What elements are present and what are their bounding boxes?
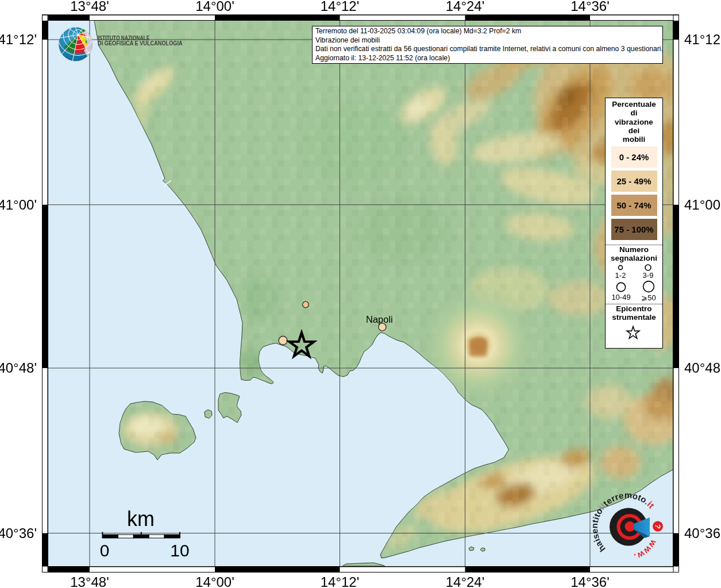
- svg-text:14°12': 14°12': [321, 574, 360, 588]
- svg-text:40°36': 40°36': [0, 525, 37, 541]
- svg-text:14°36': 14°36': [570, 574, 610, 588]
- svg-text:14°24': 14°24': [446, 574, 485, 588]
- svg-text:40°48': 40°48': [684, 360, 721, 376]
- svg-text:Napoli: Napoli: [366, 314, 393, 324]
- svg-text:DI GEOFISICA E VULCANOLOGIA: DI GEOFISICA E VULCANOLOGIA: [98, 40, 183, 47]
- svg-text:41°12': 41°12': [0, 32, 37, 47]
- svg-text:10-49: 10-49: [611, 293, 630, 301]
- svg-text:14°12': 14°12': [321, 0, 360, 14]
- svg-text:14°24': 14°24': [446, 0, 485, 14]
- svg-text:1-2: 1-2: [615, 271, 626, 280]
- svg-text:40°48': 40°48': [0, 360, 37, 376]
- svg-text:13°48': 13°48': [70, 0, 109, 14]
- svg-text:14°00': 14°00': [195, 574, 234, 588]
- svg-text:40°36': 40°36': [684, 525, 721, 541]
- svg-text:41°12': 41°12': [684, 32, 721, 47]
- svg-text:14°00': 14°00': [195, 0, 234, 14]
- svg-text:41°00': 41°00': [684, 197, 721, 212]
- svg-text:41°00': 41°00': [0, 197, 37, 212]
- svg-text:10: 10: [170, 541, 189, 560]
- svg-text:14°36': 14°36': [570, 0, 610, 14]
- svg-text:⩾50: ⩾50: [641, 293, 656, 302]
- svg-text:m: m: [624, 490, 633, 500]
- svg-text:km: km: [127, 507, 155, 531]
- svg-text:3-9: 3-9: [643, 271, 654, 280]
- svg-text:13°48': 13°48': [70, 574, 109, 588]
- svg-text:0: 0: [100, 541, 110, 560]
- svg-text:e: e: [589, 528, 600, 534]
